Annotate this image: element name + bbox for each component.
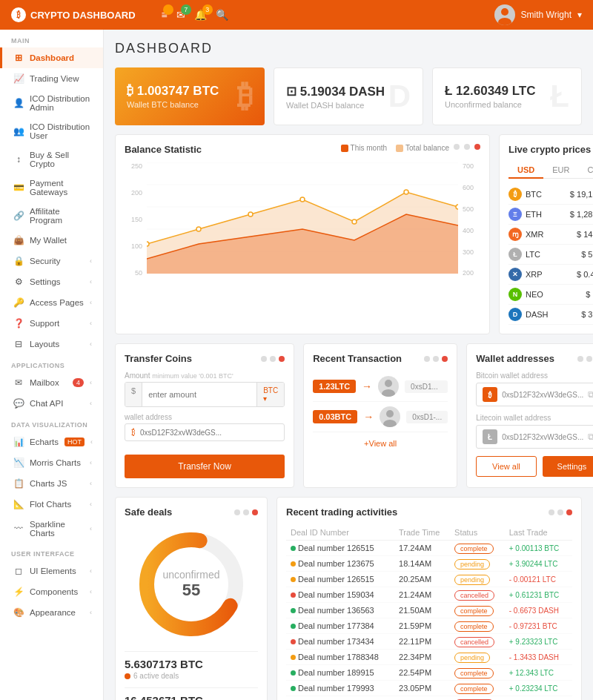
sidebar-item-chat[interactable]: 💬Chat API‹	[0, 393, 103, 414]
sidebar-icon-sparkline: 〰	[13, 524, 24, 534]
btc-bg-icon: ₿	[237, 79, 253, 114]
ctrl-max-waddr[interactable]	[586, 356, 592, 362]
tab-cny[interactable]: CNY	[578, 162, 593, 179]
wallet-dash-label: Wallet DASH balance	[286, 101, 385, 110]
notifications-icon-btn[interactable]: 🔔 3	[194, 9, 207, 21]
donut-value: 55	[162, 581, 219, 600]
sidebar-item-payment[interactable]: 💳Payment Gateways	[0, 174, 103, 202]
sidebar-item-chartsjs[interactable]: 📋Charts JS‹	[0, 473, 103, 494]
amount-input[interactable]	[142, 383, 256, 406]
view-all-anchor[interactable]: +View all	[364, 439, 397, 448]
bitcoin-copy-icon[interactable]: ⧉	[588, 389, 593, 400]
sidebar-arrow-access: ‹	[90, 299, 92, 306]
sidebar-item-mailbox[interactable]: ✉Mailbox4‹	[0, 372, 103, 393]
wallet-ltc-info: Ł 12.60349 LTC Unconfirmed balance	[445, 84, 536, 109]
amount-label: Amount minimum value '0.001 BTC'	[125, 372, 285, 380]
trade-row-6: Deal number 173434 22.11PM cancelled + 9…	[286, 634, 572, 650]
sidebar-label-chartsjs: Charts JS	[30, 479, 84, 488]
search-icon-btn[interactable]: 🔍	[216, 9, 228, 21]
ctrl-max-safe[interactable]	[243, 509, 249, 515]
sidebar-section-applications: APPLICATIONS	[0, 354, 103, 372]
sidebar-item-appearance[interactable]: 🎨Appearance‹	[0, 602, 103, 623]
safe-deals-controls	[234, 509, 258, 515]
price-row-ltc: Ł LTC $ 51.09 (-1.01%) ▼	[508, 245, 593, 265]
sidebar-item-ico-user[interactable]: 👥ICO Distribution User	[0, 117, 103, 145]
sidebar-item-affiliate[interactable]: 🔗Affilitate Program	[0, 202, 103, 230]
trade-time-10: 23.15PM	[394, 696, 450, 701]
ctrl-cls-txn[interactable]	[442, 356, 448, 362]
sidebar-item-security[interactable]: 🔒Security‹	[0, 251, 103, 271]
sidebar-item-morris[interactable]: 📉Morris Charts‹	[0, 452, 103, 473]
stat1-label: 6 active deals	[125, 672, 258, 680]
wallet-small-icon: ₿	[131, 428, 136, 437]
ctrl-minimize[interactable]	[454, 144, 460, 150]
trade-status-badge-9: complete	[454, 684, 494, 694]
ctrl-cls-transfer[interactable]	[279, 356, 285, 362]
transfer-now-button[interactable]: Transfer Now	[125, 455, 285, 478]
messages-icon-btn[interactable]: ✉ 7	[176, 9, 185, 21]
sidebar-icon-settings: ⚙	[13, 277, 24, 287]
ctrl-max-transfer[interactable]	[270, 356, 276, 362]
ctrl-min-waddr[interactable]	[577, 356, 583, 362]
sidebar-label-layouts: Layouts	[30, 340, 84, 349]
ctrl-max-trade[interactable]	[557, 509, 563, 515]
sidebar-item-support[interactable]: ❓Support‹	[0, 313, 103, 334]
sidebar-arrow-settings: ‹	[90, 278, 92, 285]
litecoin-copy-icon[interactable]: ⧉	[588, 432, 593, 442]
sidebar-item-trading-view[interactable]: 📈Trading View	[0, 68, 103, 89]
trade-status-badge-5: complete	[454, 621, 494, 632]
view-all-button[interactable]: View all	[476, 456, 537, 477]
ctrl-min-transfer[interactable]	[261, 356, 267, 362]
ctrl-cls-trade[interactable]	[566, 509, 572, 515]
trade-id-2: Deal number 126515	[286, 572, 394, 587]
col-trade-time: Trade Time	[394, 525, 450, 541]
trade-amount-10: - 1.4231 BTC	[505, 696, 572, 701]
sidebar-item-flot[interactable]: 📐Flot Charts‹	[0, 494, 103, 515]
balance-chart-controls: This month Total balance	[341, 144, 480, 155]
balance-chart-header: Balance Statistic This month Total balan…	[125, 144, 480, 155]
wallet-address-input[interactable]	[140, 429, 278, 437]
ctrl-maximize[interactable]	[464, 144, 470, 150]
sidebar-arrow-layouts: ‹	[90, 340, 92, 348]
sidebar-section-main: MAIN	[0, 30, 103, 47]
ctrl-close[interactable]	[474, 144, 480, 150]
sidebar-section-data-visualization: DATA VISUALIZATION	[0, 414, 103, 432]
sidebar-item-ui-elements[interactable]: ◻UI Elements‹	[0, 561, 103, 581]
trade-status-badge-4: complete	[454, 606, 494, 616]
sidebar-item-echarts[interactable]: 📊EchartsHOT‹	[0, 432, 103, 452]
sidebar-icon-components: ⚡	[13, 587, 24, 597]
menu-icon-btn[interactable]: ≡	[162, 9, 168, 21]
sidebar-label-support: Support	[30, 319, 84, 328]
chart-y-left: 25020015010050	[125, 162, 147, 288]
sidebar-item-buy-sell[interactable]: ↕Buy & Sell Crypto	[0, 145, 103, 174]
trade-dot-3	[291, 592, 296, 598]
trade-amount-6: + 9.23323 LTC	[505, 634, 572, 650]
sidebar-label-dashboard: Dashboard	[30, 53, 92, 62]
ctrl-max-txn[interactable]	[433, 356, 439, 362]
price-value-neo: $ 7.71 (-2.05%) ▼	[555, 285, 593, 305]
sidebar-item-sparkline[interactable]: 〰Sparkline Charts‹	[0, 515, 103, 543]
trade-dot-4	[291, 608, 296, 613]
sidebar-label-ico-admin: ICO Distribution Admin	[30, 94, 92, 112]
ctrl-min-txn[interactable]	[424, 356, 430, 362]
tab-usd[interactable]: USD	[508, 162, 543, 179]
trade-dot-1	[291, 561, 296, 567]
sidebar-item-ico-admin[interactable]: 👤ICO Distribution Admin	[0, 89, 103, 117]
settings-button[interactable]: Settings	[543, 456, 593, 477]
donut-label: unconfirmed 55	[162, 569, 219, 600]
ctrl-cls-safe[interactable]	[252, 509, 258, 515]
ctrl-min-safe[interactable]	[234, 509, 240, 515]
sidebar-item-access[interactable]: 🔑Access Pages‹	[0, 292, 103, 313]
ctrl-min-trade[interactable]	[549, 509, 554, 515]
sidebar-label-components: Components	[30, 587, 84, 596]
sidebar-item-settings[interactable]: ⚙Settings‹	[0, 271, 103, 292]
sidebar-item-wallet[interactable]: 👜My Wallet	[0, 230, 103, 251]
amount-prefix: $	[125, 383, 142, 406]
user-menu[interactable]: Smith Wright ▾	[494, 4, 582, 25]
sidebar-item-layouts[interactable]: ⊟Layouts‹	[0, 334, 103, 354]
sidebar-item-components[interactable]: ⚡Components‹	[0, 581, 103, 602]
tab-eur[interactable]: EUR	[543, 162, 578, 179]
sidebar-icon-morris: 📉	[13, 458, 24, 468]
view-all-link[interactable]: +View all	[313, 432, 448, 449]
sidebar-item-dashboard[interactable]: ⊞Dashboard	[0, 47, 103, 68]
